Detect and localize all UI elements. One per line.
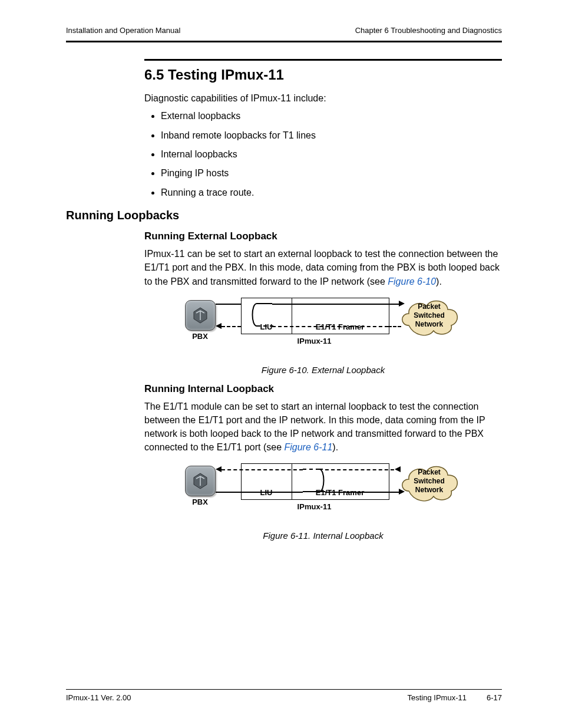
list-item: Pinging IP hosts <box>161 167 502 180</box>
running-loopbacks-heading: Running Loopbacks <box>66 209 502 222</box>
capabilities-list: External loopbacks Inband remote loopbac… <box>144 110 502 199</box>
page-footer: IPmux-11 Ver. 2.00 Testing IPmux-11 6-17 <box>66 693 502 702</box>
external-loopback-heading: Running External Loopback <box>144 230 502 242</box>
page-header: Installation and Operation Manual Chapte… <box>66 26 502 38</box>
figure-link-6-11[interactable]: Figure 6-11 <box>284 442 332 452</box>
pbx-label: PBX <box>185 332 216 341</box>
external-loopback-diagram: PBX LIU E1/T1 Framer IPmux-11 <box>185 297 462 361</box>
header-left: Installation and Operation Manual <box>66 26 180 35</box>
list-item: Internal loopbacks <box>161 148 502 161</box>
section-rule <box>144 59 502 61</box>
section-title: 6.5 Testing IPmux-11 <box>144 67 502 83</box>
text: IPmux-11 can be set to start an external… <box>144 249 500 286</box>
cloud-label: Packet Switched Network <box>397 468 462 495</box>
list-item: Running a trace route. <box>161 186 502 199</box>
loopback-arc <box>251 302 273 328</box>
figure-6-11: PBX LIU E1/T1 Framer IPmux-11 Packet <box>144 462 502 541</box>
internal-loopback-diagram: PBX LIU E1/T1 Framer IPmux-11 Packet <box>185 462 462 527</box>
external-loopback-para: IPmux-11 can be set to start an external… <box>144 247 502 288</box>
figure-link-6-10[interactable]: Figure 6-10 <box>388 276 436 286</box>
text: ). <box>436 276 442 286</box>
list-item: External loopbacks <box>161 110 502 123</box>
figure-6-10-caption: Figure 6-10. External Loopback <box>262 365 385 375</box>
footer-rule <box>66 689 502 690</box>
text: ). <box>332 442 338 452</box>
pbx-icon <box>185 466 216 496</box>
internal-loopback-heading: Running Internal Loopback <box>144 383 502 395</box>
figure-6-10: PBX LIU E1/T1 Framer IPmux-11 <box>144 297 502 375</box>
loopback-arc <box>303 468 325 494</box>
internal-loopback-para: The E1/T1 module can be set to start an … <box>144 400 502 454</box>
pbx-icon <box>185 300 216 331</box>
footer-left: IPmux-11 Ver. 2.00 <box>66 693 131 702</box>
cloud-label: Packet Switched Network <box>397 302 462 329</box>
figure-6-11-caption: Figure 6-11. Internal Loopback <box>263 531 383 541</box>
header-right: Chapter 6 Troubleshooting and Diagnostic… <box>355 26 502 35</box>
section-intro: Diagnostic capabilities of IPmux-11 incl… <box>144 91 502 105</box>
footer-page-number: 6-17 <box>487 693 502 702</box>
footer-section: Testing IPmux-11 <box>408 693 467 702</box>
pbx-label: PBX <box>185 498 216 506</box>
device-label: IPmux-11 <box>241 502 388 511</box>
list-item: Inband remote loopbacks for T1 lines <box>161 129 502 142</box>
device-label: IPmux-11 <box>241 337 388 345</box>
